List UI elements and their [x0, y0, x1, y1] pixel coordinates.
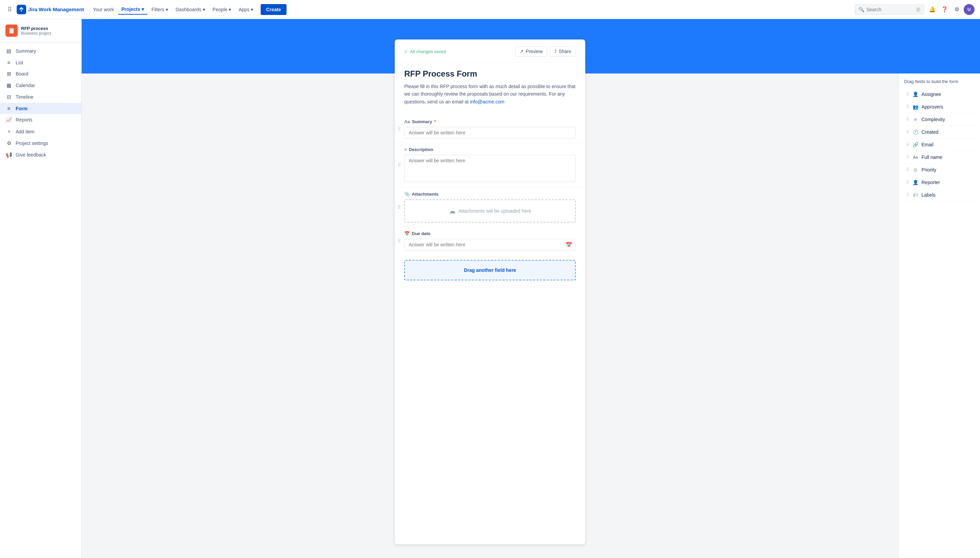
- right-panel-item-labels[interactable]: ⠿ 🏷 Labels: [904, 189, 975, 202]
- form-container: ✓ All changes saved ↗ Preview ⤴ Share: [82, 39, 898, 558]
- topnav-action-icons: 🔔 ❓ ⚙ U: [927, 4, 975, 15]
- logo[interactable]: Jira Work Management: [17, 5, 84, 14]
- field-attachments-label: 📎 Attachments: [404, 192, 576, 197]
- drag-dot-created: ⠿: [906, 130, 909, 135]
- nav-dashboards[interactable]: Dashboards ▾: [172, 5, 208, 14]
- nav-people[interactable]: People ▾: [209, 5, 235, 14]
- project-name: RFP process: [21, 26, 51, 31]
- summary-input[interactable]: [404, 127, 576, 138]
- priority-icon: ⊙: [912, 167, 919, 172]
- sidebar-item-calendar[interactable]: ▦ Calendar: [0, 80, 81, 91]
- nav-apps[interactable]: Apps ▾: [235, 5, 256, 14]
- main-content: ✓ All changes saved ↗ Preview ⤴ Share: [82, 19, 980, 558]
- apps-chevron-icon: ▾: [251, 7, 253, 12]
- nav-filters[interactable]: Filters ▾: [148, 5, 171, 14]
- right-panel-title: Drag fields to build the form: [904, 79, 975, 84]
- sidebar-label-project-settings: Project settings: [16, 141, 48, 146]
- search-shortcut: /: [916, 7, 921, 12]
- form-card: ✓ All changes saved ↗ Preview ⤴ Share: [395, 39, 585, 544]
- reporter-icon: 👤: [912, 180, 919, 185]
- field-due-date: ⠿ 📅 Due date 📅: [395, 226, 585, 254]
- preview-icon: ↗: [520, 49, 524, 54]
- drag-handle-due-date[interactable]: ⠿: [397, 238, 401, 244]
- labels-icon: 🏷: [912, 192, 919, 198]
- sidebar-label-reports: Reports: [16, 117, 32, 123]
- sidebar-item-reports[interactable]: 📈 Reports: [0, 114, 81, 126]
- timeline-icon: ⊟: [5, 94, 12, 100]
- attachments-placeholder: Attachments will be uploaded here: [458, 208, 531, 214]
- sidebar-label-timeline: Timeline: [16, 94, 33, 100]
- sidebar-item-board[interactable]: ⊞ Board: [0, 68, 81, 80]
- right-panel-item-full-name[interactable]: ⠿ Aa Full name: [904, 151, 975, 164]
- sidebar-item-summary[interactable]: ▤ Summary: [0, 45, 81, 57]
- create-button[interactable]: Create: [261, 4, 287, 15]
- right-panel-item-priority[interactable]: ⠿ ⊙ Priority: [904, 164, 975, 176]
- notifications-button[interactable]: 🔔: [927, 4, 938, 15]
- attachments-drop-zone[interactable]: ☁ Attachments will be uploaded here: [404, 199, 576, 223]
- sidebar-item-timeline[interactable]: ⊟ Timeline: [0, 91, 81, 103]
- email-link[interactable]: info@acme.com: [470, 99, 504, 105]
- form-description: Please fill in this RFP process form wit…: [404, 83, 576, 105]
- drag-handle-attachments[interactable]: ⠿: [397, 205, 401, 210]
- field-summary: ⠿ Aa Summary *: [395, 115, 585, 143]
- sidebar-item-list[interactable]: ≡ List: [0, 57, 81, 68]
- complexity-icon: ≡: [912, 117, 919, 122]
- checkmark-icon: ✓: [404, 49, 408, 54]
- sidebar-label-add-item: Add item: [16, 129, 34, 135]
- drag-dot-reporter: ⠿: [906, 180, 909, 185]
- settings-button[interactable]: ⚙: [951, 4, 962, 15]
- grid-icon[interactable]: ⠿: [5, 4, 14, 15]
- right-panel-item-complexity[interactable]: ⠿ ≡ Complexity: [904, 113, 975, 126]
- logo-text: Jira Work Management: [28, 7, 84, 12]
- summary-field-icon: Aa: [404, 119, 410, 124]
- due-date-input-wrapper: 📅: [404, 239, 576, 250]
- add-item-icon: ＋: [5, 128, 12, 135]
- summary-icon: ▤: [5, 48, 12, 54]
- right-panel-item-reporter[interactable]: ⠿ 👤 Reporter: [904, 176, 975, 189]
- right-panel-item-created[interactable]: ⠿ 🕐 Created: [904, 126, 975, 138]
- form-card-header: ✓ All changes saved ↗ Preview ⤴ Share: [395, 39, 585, 62]
- calendar-picker-icon[interactable]: 📅: [566, 241, 572, 248]
- board-icon: ⊞: [5, 71, 12, 77]
- search-bar[interactable]: 🔍 /: [855, 5, 924, 15]
- right-panel-item-email[interactable]: ⠿ 🔗 Email: [904, 138, 975, 151]
- description-field-icon: ≡: [404, 147, 407, 152]
- main-layout: 📋 RFP process Business project ▤ Summary…: [0, 19, 980, 558]
- list-icon: ≡: [5, 59, 12, 65]
- sidebar-label-give-feedback: Give feedback: [16, 152, 46, 158]
- field-due-date-label: 📅 Due date: [404, 231, 576, 236]
- form-title-area: RFP Process Form Please fill in this RFP…: [395, 62, 585, 112]
- jira-logo-svg: [18, 7, 25, 13]
- right-panel-item-assignee[interactable]: ⠿ 👤 Assignee: [904, 88, 975, 101]
- save-status-text: All changes saved: [410, 49, 446, 54]
- description-input[interactable]: [404, 155, 576, 182]
- share-button[interactable]: ⤴ Share: [550, 46, 576, 56]
- sidebar-item-form[interactable]: ≡ Form: [0, 103, 81, 114]
- sidebar-item-project-settings[interactable]: ⚙ Project settings: [0, 138, 81, 149]
- form-header-actions: ↗ Preview ⤴ Share: [515, 46, 576, 56]
- drop-another-field-zone[interactable]: Drag another field here: [404, 260, 576, 281]
- field-description-label: ≡ Description: [404, 147, 576, 152]
- top-nav-items: Your work Projects ▾ Filters ▾ Dashboard…: [90, 5, 256, 15]
- upload-icon: ☁: [449, 207, 456, 215]
- sidebar-label-summary: Summary: [16, 48, 36, 54]
- user-avatar[interactable]: U: [964, 4, 975, 15]
- search-input[interactable]: [866, 7, 914, 12]
- drag-handle-description[interactable]: ⠿: [397, 162, 401, 168]
- sidebar: 📋 RFP process Business project ▤ Summary…: [0, 19, 82, 558]
- due-date-input[interactable]: [404, 239, 576, 250]
- form-title: RFP Process Form: [404, 69, 576, 79]
- preview-button[interactable]: ↗ Preview: [515, 46, 547, 56]
- project-info: RFP process Business project: [21, 26, 51, 36]
- assignee-icon: 👤: [912, 92, 919, 97]
- sidebar-label-list: List: [16, 60, 23, 65]
- help-button[interactable]: ❓: [939, 4, 950, 15]
- calendar-icon: ▦: [5, 82, 12, 89]
- right-panel-item-approvers[interactable]: ⠿ 👥 Approvers: [904, 101, 975, 113]
- nav-your-work[interactable]: Your work: [90, 5, 117, 14]
- sidebar-project-header[interactable]: 📋 RFP process Business project: [0, 19, 81, 43]
- nav-projects[interactable]: Projects ▾: [118, 5, 147, 15]
- sidebar-item-give-feedback[interactable]: 📢 Give feedback: [0, 149, 81, 161]
- drag-handle-summary[interactable]: ⠿: [397, 126, 401, 132]
- sidebar-item-add-item[interactable]: ＋ Add item: [0, 126, 81, 138]
